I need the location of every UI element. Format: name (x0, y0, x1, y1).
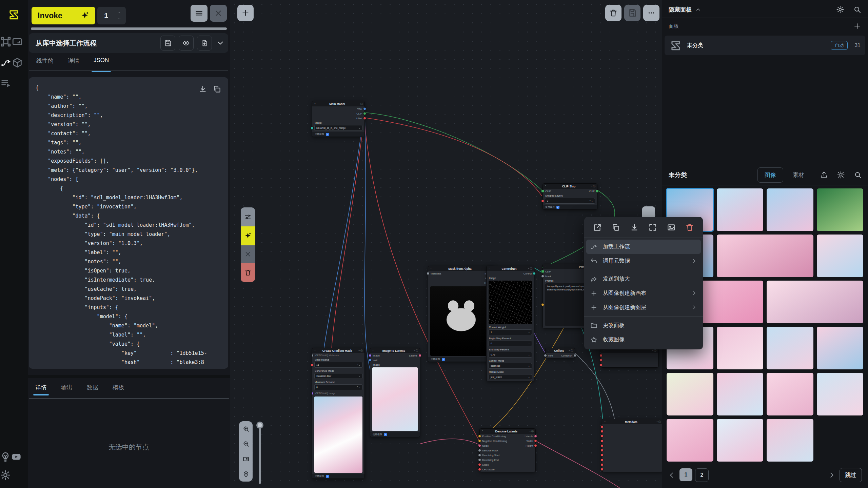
port-right[interactable] (534, 444, 537, 447)
checkbox-checked[interactable]: ✓ (384, 433, 387, 436)
delete-selection-button[interactable] (241, 263, 255, 282)
port-left[interactable] (427, 272, 430, 275)
copy-json-button[interactable] (213, 85, 221, 94)
cancel-button[interactable] (241, 245, 255, 263)
port-right[interactable] (363, 112, 366, 115)
center-view-button[interactable] (242, 470, 250, 477)
collapse-icon[interactable]: ⌃ (372, 349, 374, 352)
workflow-tab-1[interactable]: 详情 (68, 57, 79, 71)
gallery-image[interactable] (717, 235, 813, 277)
port-left[interactable] (599, 359, 603, 362)
menu-item-3[interactable]: 从图像创建新画布 (586, 286, 701, 300)
node-header[interactable]: ⌃CLIP Skip− ⓘ (543, 184, 597, 189)
open-in-viewer-icon[interactable] (648, 223, 657, 232)
port-left[interactable] (312, 354, 314, 357)
node-create-gradient-mask[interactable]: ⌃Create Gradient Mask− ⓘ[OPTIONAL] Metad… (312, 348, 365, 479)
port-left[interactable] (600, 440, 604, 443)
node-denoise-latents[interactable]: ⌃Denoise Latents− ⓘPositive Conditioning… (479, 428, 536, 472)
node-header[interactable]: ⌃Image to Latents− ⓘ (370, 348, 420, 353)
open-in-new-icon[interactable] (593, 223, 602, 232)
menu-item-0[interactable]: 加载工作流 (586, 240, 701, 254)
collapse-icon[interactable]: ⌃ (547, 349, 549, 352)
number-field[interactable]: 16⌃⌄ (314, 362, 362, 368)
checkbox-checked[interactable]: ✓ (326, 475, 329, 478)
gallery-search-button[interactable] (854, 171, 862, 179)
node-header[interactable]: ⌃Collect− ⓘ (546, 348, 575, 353)
gallery-settings-button[interactable] (837, 171, 845, 179)
port-left[interactable] (478, 468, 481, 471)
node-clip-skip[interactable]: ⌃CLIP Skip− ⓘCLIPCLIPSkipped Layers0⌃⌄使用… (542, 183, 597, 210)
queue-count-stepper[interactable]: 1 (97, 7, 126, 24)
port-left[interactable] (541, 303, 544, 306)
stepper-up-icon[interactable] (117, 11, 122, 14)
zoom-slider-handle[interactable] (256, 422, 263, 429)
stepper-down-icon[interactable] (117, 17, 122, 20)
port-left[interactable] (311, 126, 314, 129)
node-header[interactable]: ⌃ControlNet− ⓘ (487, 266, 534, 271)
add-node-button[interactable] (237, 5, 254, 21)
gallery-image[interactable] (817, 327, 864, 369)
port-left[interactable] (478, 444, 481, 447)
copy-image-icon[interactable] (611, 223, 620, 232)
zoom-slider-track[interactable] (259, 424, 261, 484)
port-left[interactable] (544, 354, 547, 357)
collapse-icon[interactable]: ⌃ (545, 265, 547, 268)
port-left[interactable] (311, 363, 314, 366)
rail-item-canvas[interactable] (12, 36, 23, 47)
gallery-tab-0[interactable]: 图像 (757, 167, 783, 183)
checkbox-checked[interactable]: ✓ (442, 358, 445, 361)
port-left[interactable] (600, 449, 604, 452)
dropdown-field[interactable]: nai-artist_all_in_one_merge⌄ (314, 125, 362, 131)
node-header[interactable]: ⌃Main Model− ⓘ (312, 101, 364, 106)
fit-view-button[interactable] (242, 455, 250, 463)
gallery-image[interactable] (717, 373, 764, 415)
inspector-tab-0[interactable]: 详情 (35, 384, 47, 395)
port-left[interactable] (600, 430, 604, 433)
dropdown-field[interactable]: Gaussian Blur⌄ (314, 373, 362, 379)
new-workflow-button[interactable] (197, 36, 212, 50)
port-left[interactable] (478, 449, 481, 452)
port-left[interactable] (600, 425, 604, 428)
port-right[interactable] (363, 107, 366, 110)
rail-item-youtube[interactable] (11, 451, 22, 462)
gallery-image[interactable] (767, 419, 813, 462)
port-left[interactable] (600, 463, 604, 466)
port-left[interactable] (478, 440, 481, 443)
gallery-image[interactable] (817, 188, 864, 231)
port-right[interactable] (573, 354, 576, 357)
rail-item-tips[interactable] (0, 451, 11, 462)
port-left[interactable] (600, 468, 604, 471)
gallery-image[interactable] (767, 188, 813, 231)
node-mask-from-alpha[interactable]: ⌃Mask from Alpha− ⓘMetadataImageWidthHei… (428, 266, 494, 362)
number-field[interactable]: 0⌃⌄ (545, 198, 595, 204)
checkbox-checked[interactable]: ✓ (556, 206, 559, 209)
port-left[interactable] (369, 359, 372, 362)
menu-item-1[interactable]: 调用元数据 (586, 254, 701, 268)
page-button-1[interactable]: 1 (679, 468, 692, 481)
rail-item-models[interactable] (12, 57, 23, 68)
port-left[interactable] (541, 275, 544, 278)
port-right[interactable] (533, 272, 536, 275)
dropdown-field[interactable]: 1⌄ (489, 329, 532, 335)
download-image-icon[interactable] (630, 223, 639, 232)
node-collect[interactable]: ⌃Collect− ⓘItemCollection (545, 348, 575, 358)
node-header[interactable]: ⌃Mask from Alpha− ⓘ (428, 266, 494, 271)
clear-canvas-button[interactable] (605, 5, 622, 21)
port-left[interactable] (600, 454, 604, 457)
rail-item-settings[interactable] (0, 470, 11, 481)
page-button-2[interactable]: 2 (695, 468, 709, 482)
node-main-model[interactable]: ⌃Main Model− ⓘVAECLIPUNetModelnai-artist… (312, 101, 365, 137)
collapse-icon[interactable]: ⌃ (604, 421, 606, 423)
collapse-icon[interactable]: ⌃ (314, 349, 316, 352)
use-as-reference-icon[interactable] (667, 223, 676, 232)
quick-invoke-button[interactable] (241, 226, 255, 245)
next-page-button[interactable] (828, 471, 835, 479)
number-field[interactable]: 0⌃⌄ (314, 384, 362, 390)
port-left[interactable] (541, 190, 544, 193)
node-header[interactable]: ⌃Metadata− ⓘ (602, 419, 662, 424)
node-settings-button[interactable] (241, 207, 255, 226)
prev-page-button[interactable] (668, 471, 675, 479)
zoom-in-button[interactable] (242, 425, 250, 432)
port-left[interactable] (478, 454, 481, 457)
rail-item-nodes-select[interactable] (0, 36, 12, 47)
